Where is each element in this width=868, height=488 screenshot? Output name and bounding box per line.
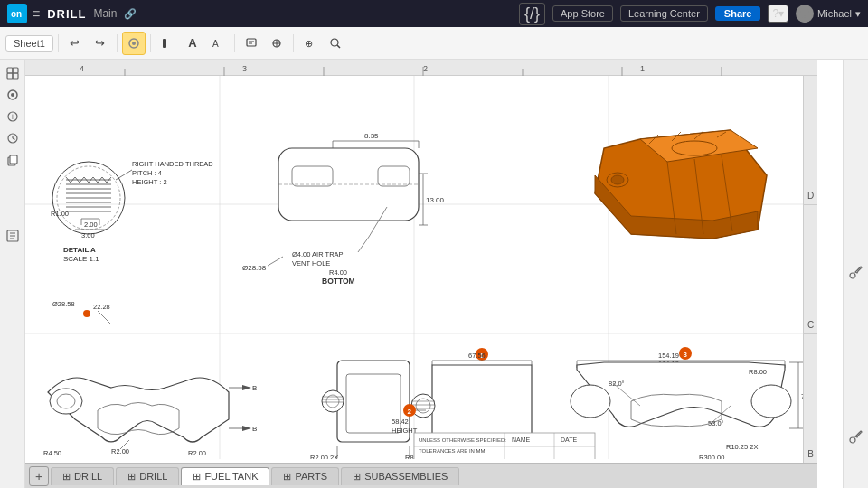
front-view: R4.50 R2.00 R2.00 R8.00 R8.00 B B FRONT (41, 378, 257, 459)
tab-fuel-tank[interactable]: ⊞ FUEL TANK (181, 467, 269, 485)
svg-text:HEIGHT: HEIGHT (392, 427, 418, 435)
learning-center-button[interactable]: Learning Center (620, 5, 708, 22)
svg-text:R10.25 2X: R10.25 2X (726, 443, 758, 451)
sidebar-icon-parts[interactable] (3, 63, 23, 83)
svg-point-33 (850, 273, 855, 278)
thread-note-2: PITCH : 4 (132, 169, 162, 177)
svg-marker-110 (242, 426, 251, 431)
svg-text:BOTTOM: BOTTOM (322, 277, 355, 286)
share-button[interactable]: Share (715, 6, 761, 21)
tab-parts-label: PARTS (295, 471, 327, 482)
undo-button[interactable]: ↩ (63, 32, 87, 55)
tab-parts[interactable]: ⊞ PARTS (271, 467, 339, 485)
svg-point-34 (850, 437, 855, 443)
svg-text:2.00: 2.00 (84, 221, 98, 229)
separator-1 (58, 34, 59, 52)
tab-drill-1[interactable]: ⊞ DRILL (51, 467, 114, 485)
right-sidebar-icon-tool[interactable] (846, 262, 866, 282)
svg-rect-5 (163, 39, 166, 48)
svg-text:⊕: ⊕ (305, 38, 313, 49)
svg-line-83 (358, 237, 369, 252)
svg-text:SCALE 1:1: SCALE 1:1 (63, 255, 99, 263)
svg-rect-16 (7, 68, 13, 73)
app-store-button[interactable]: App Store (552, 5, 613, 22)
inspect-button[interactable] (324, 32, 347, 55)
dimension-button[interactable]: A (206, 32, 230, 55)
separator-4 (234, 34, 235, 52)
logo-area: on ≡ (7, 4, 40, 23)
svg-marker-107 (242, 385, 251, 390)
svg-rect-18 (7, 73, 13, 79)
onshape-logo[interactable]: on (7, 4, 27, 23)
help-button[interactable]: ?▾ (768, 5, 788, 23)
svg-text:R8.00: R8.00 (749, 368, 767, 376)
sidebar-icon-clock[interactable] (3, 128, 23, 148)
separator-5 (293, 34, 294, 52)
thread-view: Ø28.58 22.28 (52, 300, 111, 324)
tab-fuel-tank-label: FUEL TANK (204, 471, 258, 482)
line-tool-button[interactable] (156, 32, 179, 55)
title-block: UNLESS OTHERWISE SPECIFIED: TOLERANCES A… (414, 433, 595, 459)
svg-text:VENT HOLE: VENT HOLE (292, 259, 330, 267)
thread-note-1: RIGHT HANDED THREAD (132, 160, 213, 168)
doc-name: DRILL (47, 7, 86, 21)
tab-subassemblies[interactable]: ⊞ SUBASSEMBLIES (341, 467, 459, 485)
svg-text:8.35: 8.35 (364, 132, 379, 140)
add-tab-button[interactable]: + (29, 466, 49, 486)
svg-point-153 (571, 385, 610, 418)
hamburger-icon[interactable]: ≡ (33, 6, 40, 21)
svg-point-4 (132, 42, 136, 45)
left-sidebar: + (0, 60, 25, 488)
svg-text:R1.00: R1.00 (51, 210, 69, 218)
tab-drill-2[interactable]: ⊞ DRILL (116, 467, 179, 485)
sidebar-icon-add[interactable]: + (3, 107, 23, 127)
text-tool-button[interactable]: A (181, 32, 204, 55)
measure-button[interactable]: ⊕ (298, 32, 322, 55)
svg-rect-28 (10, 155, 17, 164)
centermark-button[interactable] (265, 32, 288, 55)
svg-text:B: B (252, 425, 257, 433)
user-name[interactable]: Michael (817, 8, 852, 19)
svg-line-26 (13, 138, 15, 140)
sheet-tab[interactable]: Sheet1 (5, 35, 53, 52)
topbar: on ≡ DRILL Main 🔗 {/} App Store Learning… (0, 0, 868, 27)
svg-text:R4.00: R4.00 (329, 268, 347, 277)
svg-text:DATE: DATE (561, 436, 577, 443)
sidebar-icon-drawing[interactable] (3, 226, 23, 246)
svg-text:R2.00: R2.00 (111, 447, 129, 455)
svg-text:R2.00: R2.00 (188, 449, 206, 457)
user-chevron[interactable]: ▾ (855, 8, 861, 20)
svg-text:R300.00: R300.00 (699, 454, 724, 459)
sidebar-icon-circle[interactable] (3, 85, 23, 105)
svg-text:DETAIL A: DETAIL A (63, 246, 96, 254)
svg-line-170 (98, 311, 111, 324)
svg-line-15 (337, 45, 340, 48)
svg-point-98 (50, 389, 82, 414)
ruler-vertical: D C B (803, 76, 817, 463)
svg-text:NAME: NAME (512, 436, 531, 443)
link-icon[interactable]: 🔗 (124, 8, 137, 20)
doc-tab[interactable]: Main (93, 7, 117, 20)
svg-text:B: B (252, 384, 257, 392)
svg-text:82.0°: 82.0° (609, 380, 625, 388)
drawing-viewport[interactable]: RIGHT HANDED THREAD PITCH : 4 HEIGHT : 2… (25, 76, 803, 459)
svg-point-14 (331, 39, 338, 46)
svg-rect-7 (247, 39, 256, 46)
svg-point-2 (797, 17, 813, 23)
svg-rect-19 (13, 73, 18, 79)
svg-text:R4.50: R4.50 (43, 449, 61, 457)
redo-button[interactable]: ↪ (89, 32, 112, 55)
bottom-tabs: + ⊞ DRILL ⊞ DRILL ⊞ FUEL TANK ⊞ PARTS ⊞ … (25, 463, 817, 488)
isometric-view (595, 130, 767, 239)
note-tool-button[interactable] (240, 32, 263, 55)
svg-text:A: A (212, 39, 219, 49)
select-tool-button[interactable] (122, 32, 146, 55)
svg-point-1 (800, 7, 809, 16)
svg-rect-17 (13, 68, 18, 73)
svg-line-86 (268, 257, 283, 266)
right-sidebar-icon-tool2[interactable] (846, 427, 866, 446)
avatar (796, 5, 814, 23)
sidebar-icon-copy[interactable] (3, 150, 23, 170)
curly-brace-icon[interactable]: {/} (519, 3, 545, 25)
svg-text:154.19: 154.19 (658, 352, 679, 360)
